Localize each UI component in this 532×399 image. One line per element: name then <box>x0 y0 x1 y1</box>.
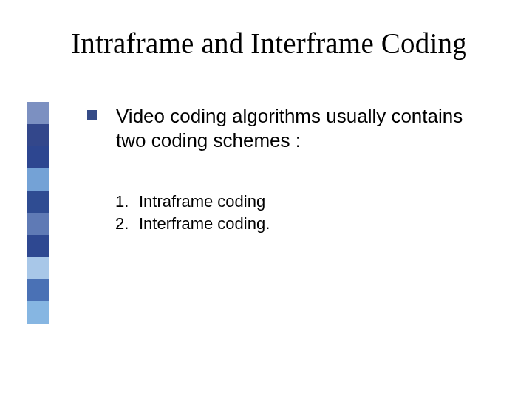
accent-block <box>27 191 49 213</box>
bullet-item: Video coding algorithms usually contains… <box>87 104 486 152</box>
bullet-text: Video coding algorithms usually contains… <box>116 104 486 152</box>
accent-block <box>27 235 49 257</box>
accent-block <box>27 279 49 301</box>
list-number: 1. <box>115 191 139 213</box>
sidebar-accent <box>27 102 49 324</box>
accent-block <box>27 124 49 146</box>
slide-title: Intraframe and Interframe Coding <box>71 27 467 60</box>
accent-block <box>27 301 49 324</box>
numbered-list: 1. Intraframe coding 2. Interframe codin… <box>115 191 270 234</box>
list-label: Interframe coding. <box>139 213 270 235</box>
list-item: 2. Interframe coding. <box>115 213 270 235</box>
list-number: 2. <box>115 213 139 235</box>
accent-block <box>27 146 49 168</box>
accent-block <box>27 168 49 191</box>
square-bullet-icon <box>87 110 97 120</box>
accent-block <box>27 257 49 279</box>
list-item: 1. Intraframe coding <box>115 191 270 213</box>
list-label: Intraframe coding <box>139 191 265 213</box>
accent-block <box>27 213 49 235</box>
accent-block <box>27 102 49 124</box>
